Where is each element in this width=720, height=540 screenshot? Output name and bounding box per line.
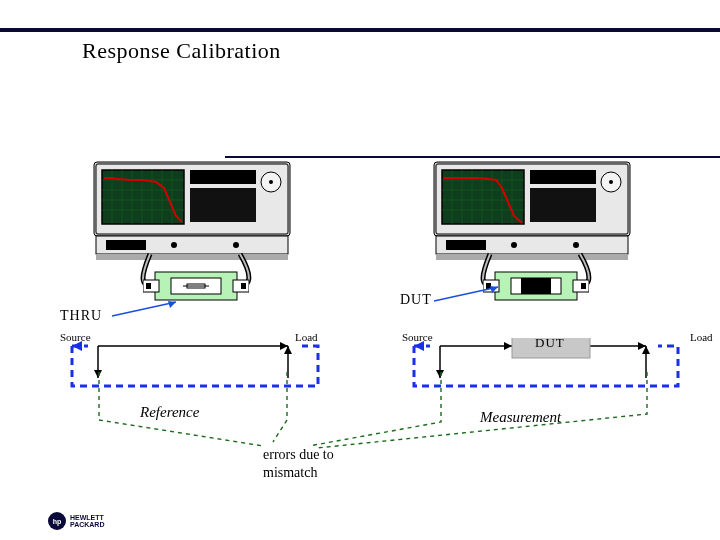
label-thru: THRU [60,308,102,324]
label-dut-upper: DUT [400,292,432,308]
page-title: Response Calibration [82,38,281,64]
svg-marker-74 [504,342,512,350]
svg-rect-19 [106,240,146,250]
label-source-right: Source [402,331,433,343]
svg-rect-45 [530,170,596,184]
svg-point-17 [269,180,273,184]
svg-point-52 [573,242,579,248]
label-dut-box: DUT [535,335,565,351]
svg-rect-30 [241,283,246,289]
svg-rect-60 [581,283,586,289]
arrow-to-thru [110,298,184,320]
svg-point-48 [609,180,613,184]
svg-rect-53 [436,254,628,260]
svg-point-20 [171,242,177,248]
hp-logo-text: HEWLETT PACKARD [70,514,104,528]
label-load-left: Load [295,331,318,343]
hp-logo-mark-icon: hp [48,512,66,530]
top-rule [0,28,720,32]
svg-rect-46 [530,188,596,222]
label-source-left: Source [60,331,91,343]
label-load-right: Load [690,331,713,343]
svg-marker-62 [168,301,176,308]
svg-rect-22 [96,254,288,260]
label-measurement: Measurement [480,409,561,426]
svg-line-63 [434,287,498,301]
svg-rect-29 [146,283,151,289]
arrow-to-dut [432,283,506,305]
svg-rect-14 [190,170,256,184]
svg-point-51 [511,242,517,248]
errors-line1: errors due to [263,446,334,464]
svg-rect-56 [521,278,551,294]
svg-rect-15 [190,188,256,222]
hp-logo: hp HEWLETT PACKARD [48,512,104,530]
svg-point-21 [233,242,239,248]
label-errors: errors due to mismatch [263,446,334,481]
label-reference: Reference [140,404,199,421]
svg-marker-64 [490,286,498,293]
svg-rect-50 [446,240,486,250]
svg-line-61 [112,302,176,316]
errors-line2: mismatch [263,464,334,482]
